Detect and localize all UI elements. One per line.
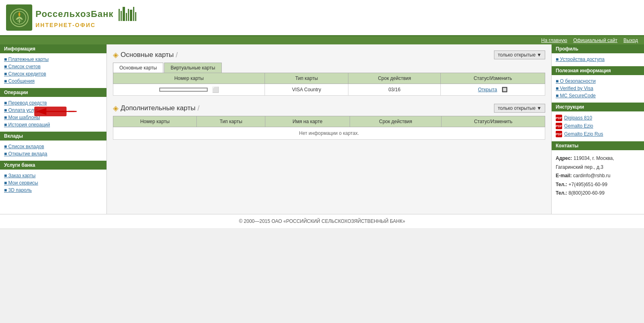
bank-subtitle: ИНТЕРНЕТ-ОФИС bbox=[35, 22, 136, 28]
card-number-cell: ⬜ bbox=[113, 84, 265, 96]
info-section-title: Информация bbox=[0, 44, 106, 53]
contact-address: Адрес: 119034, г. Москва, Гагаринский пе… bbox=[556, 154, 640, 172]
pdf-icon-gemalto-rus: PDF bbox=[556, 131, 562, 137]
tab-main-cards[interactable]: Основные карты bbox=[113, 63, 163, 73]
useful-info-links: ■ О безопасности ■ Verified by Visa ■ MC… bbox=[552, 76, 644, 103]
no-info-row: Нет информации о картах. bbox=[113, 127, 545, 140]
add-col-card-number: Номер карты bbox=[113, 116, 197, 127]
logout-link[interactable]: Выход bbox=[623, 38, 638, 43]
header: РоссельхозБанк ИНТЕРНЕТ-ОФИС bbox=[0, 0, 644, 36]
filter-label: только открытые bbox=[498, 52, 536, 58]
right-sidebar-item-verified-visa[interactable]: ■ Verified by Visa bbox=[556, 85, 640, 92]
add-col-status: Статус/Изменить bbox=[442, 116, 545, 127]
main-cards-section: ◈ Основные карты / только открытые ▼ Осн… bbox=[113, 50, 545, 96]
card-action-icon[interactable]: 🔲 bbox=[502, 87, 508, 92]
instruction-item-digipass[interactable]: PDF Digipass 810 bbox=[556, 114, 640, 122]
main-cards-icon: ◈ bbox=[113, 50, 119, 59]
home-link[interactable]: На главную bbox=[541, 38, 567, 43]
left-sidebar: Информация ■ Платежные карты ■ Список сч… bbox=[0, 44, 107, 214]
official-site-link[interactable]: Официальный сайт bbox=[573, 38, 618, 43]
logo-emblem bbox=[6, 4, 32, 31]
email-label: E-mail: bbox=[556, 173, 572, 178]
main-cards-table: Номер карты Тип карты Срок действия Стат… bbox=[113, 73, 545, 96]
additional-filter-label: только открытые bbox=[498, 105, 536, 111]
phone1-value: +7(495)651-60-99 bbox=[569, 182, 607, 187]
additional-filter-icon: ▼ bbox=[537, 105, 542, 111]
card-status-link[interactable]: Открыта bbox=[478, 87, 497, 92]
main-cards-filter[interactable]: только открытые ▼ bbox=[494, 50, 545, 59]
operations-section-title: Операции bbox=[0, 88, 106, 97]
phone2-value: 8(800)200-60-99 bbox=[569, 190, 604, 196]
add-col-expiry: Срок действия bbox=[350, 116, 441, 127]
col-card-type: Тип карты bbox=[265, 73, 348, 84]
card-status-cell: Открыта 🔲 bbox=[441, 84, 545, 96]
svg-rect-5 bbox=[34, 107, 67, 116]
sidebar-item-my-services[interactable]: ■ Мои сервисы bbox=[4, 179, 102, 187]
logo-icon bbox=[9, 8, 29, 28]
deposits-links: ■ Список вкладов ■ Открытие вклада bbox=[0, 141, 106, 161]
red-arrow-annotation bbox=[32, 103, 81, 120]
col-expiry: Срок действия bbox=[348, 73, 441, 84]
pdf-icon-digipass: PDF bbox=[556, 115, 562, 121]
instruction-item-gemalto[interactable]: PDF Gemalto Ezio bbox=[556, 122, 640, 130]
card-type-cell: VISA Country bbox=[265, 84, 348, 96]
cards-tabs: Основные карты Виртуальные карты bbox=[113, 63, 545, 73]
right-sidebar-item-devices[interactable]: ■ Устройства доступа bbox=[556, 56, 640, 63]
instruction-item-gemalto-rus[interactable]: PDF Gemalto Ezio Rus bbox=[556, 130, 640, 138]
sidebar-item-credits[interactable]: ■ Список кредитов bbox=[4, 70, 102, 78]
address-label: Адрес: bbox=[556, 155, 572, 161]
email-value: cardinfo@rshb.ru bbox=[573, 173, 610, 178]
filter-dropdown-icon: ▼ bbox=[537, 52, 542, 58]
copy-card-icon[interactable]: ⬜ bbox=[212, 86, 219, 93]
additional-cards-filter[interactable]: только открытые ▼ bbox=[494, 104, 545, 113]
instructions-section-title: Инструкции bbox=[552, 103, 644, 111]
main-layout: Информация ■ Платежные карты ■ Список сч… bbox=[0, 44, 644, 214]
useful-info-section-title: Полезная информация bbox=[552, 66, 644, 75]
contacts-section-title: Контакты bbox=[552, 141, 644, 150]
sidebar-item-history[interactable]: ■ История операций bbox=[4, 121, 102, 128]
contacts-block: Адрес: 119034, г. Москва, Гагаринский пе… bbox=[552, 151, 644, 201]
card-expiry-cell: 03/16 bbox=[348, 84, 441, 96]
profile-links: ■ Устройства доступа bbox=[552, 54, 644, 66]
bank-services-section-title: Услуги банка bbox=[0, 161, 106, 170]
right-sidebar-item-mc-secure[interactable]: ■ MC SecureCode bbox=[556, 92, 640, 99]
sidebar-item-accounts[interactable]: ■ Список счетов bbox=[4, 63, 102, 70]
table-row: ⬜ VISA Country 03/16 Открыта 🔲 bbox=[113, 84, 545, 96]
no-info-message: Нет информации о картах. bbox=[113, 127, 545, 140]
phone1-label: Тел.: bbox=[556, 182, 567, 187]
contact-phone2: Тел.: 8(800)200-60-99 bbox=[556, 189, 640, 198]
additional-cards-title-bar: ◈ Дополнительные карты / bbox=[113, 104, 200, 113]
bank-name: РоссельхозБанк bbox=[35, 9, 114, 19]
sidebar-item-open-deposit[interactable]: ■ Открытие вклада bbox=[4, 150, 102, 157]
contact-phone1: Тел.: +7(495)651-60-99 bbox=[556, 180, 640, 189]
bank-name-area: РоссельхозБанк ИНТЕРНЕТ-ОФИС bbox=[35, 7, 136, 28]
sidebar-item-3d-password[interactable]: ■ 3D пароль bbox=[4, 187, 102, 194]
sidebar-item-order-card[interactable]: ■ Заказ карты bbox=[4, 172, 102, 179]
top-nav: На главную Официальный сайт Выход bbox=[0, 36, 644, 44]
sidebar-item-messages[interactable]: ■ Сообщения bbox=[4, 78, 102, 85]
add-col-name-on-card: Имя на карте bbox=[265, 116, 350, 127]
instruction-link-gemalto-rus[interactable]: Gemalto Ezio Rus bbox=[564, 131, 603, 137]
additional-cards-header-row: Номер карты Тип карты Имя на карте Срок … bbox=[113, 116, 545, 127]
instruction-link-digipass[interactable]: Digipass 810 bbox=[564, 115, 592, 121]
main-cards-header-row: Номер карты Тип карты Срок действия Стат… bbox=[113, 73, 545, 84]
sidebar-item-deposits-list[interactable]: ■ Список вкладов bbox=[4, 143, 102, 150]
operations-links: ■ Перевод средств ■ Оплата услуг ■ Мои bbox=[0, 98, 106, 132]
instruction-link-gemalto[interactable]: Gemalto Ezio bbox=[564, 123, 593, 129]
logo-area: РоссельхозБанк ИНТЕРНЕТ-ОФИС bbox=[6, 4, 136, 31]
footer: © 2000—2015 ОАО «РОССИЙСКИЙ СЕЛЬСКОХОЗЯЙ… bbox=[0, 214, 644, 228]
info-links: ■ Платежные карты ■ Список счетов ■ Спис… bbox=[0, 54, 106, 88]
main-cards-slash: / bbox=[176, 51, 178, 59]
sidebar-item-payment-cards[interactable]: ■ Платежные карты bbox=[4, 56, 102, 63]
tab-virtual-cards[interactable]: Виртуальные карты bbox=[164, 63, 222, 73]
right-sidebar-item-security[interactable]: ■ О безопасности bbox=[556, 78, 640, 85]
right-sidebar: Профиль ■ Устройства доступа Полезная ин… bbox=[551, 44, 644, 214]
main-cards-title: Основные карты bbox=[121, 51, 174, 59]
phone2-label: Тел.: bbox=[556, 190, 567, 196]
additional-cards-table: Номер карты Тип карты Имя на карте Срок … bbox=[113, 116, 545, 140]
footer-copyright: © 2000—2015 ОАО «РОССИЙСКИЙ СЕЛЬСКОХОЗЯЙ… bbox=[239, 218, 405, 224]
barcode-decoration bbox=[119, 7, 136, 21]
additional-cards-section-header: ◈ Дополнительные карты / только открытые… bbox=[113, 104, 545, 113]
additional-cards-title: Дополнительные карты bbox=[121, 104, 196, 112]
contact-email: E-mail: cardinfo@rshb.ru bbox=[556, 172, 640, 180]
